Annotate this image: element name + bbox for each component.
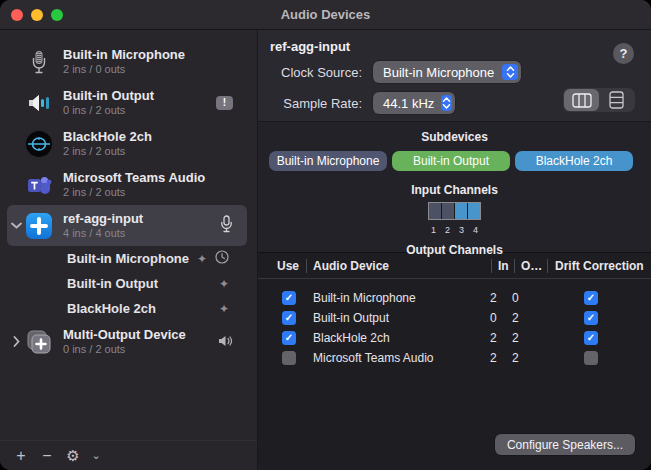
device-io-summary: 4 ins / 4 outs (63, 226, 220, 240)
help-button[interactable]: ? (613, 43, 634, 64)
zoom-button[interactable] (51, 9, 63, 21)
device-io-summary: 0 ins / 2 outs (63, 342, 218, 356)
col-use: Use (258, 259, 306, 273)
sidebar-item-built-in-microphone[interactable]: Built-in Microphone 2 ins / 0 outs (0, 41, 257, 82)
col-out: O… (515, 259, 547, 273)
subdevice-table: Use Audio Device In O… Drift Correction … (258, 253, 651, 470)
columns-icon (572, 93, 592, 108)
row-outs: 2 (512, 331, 544, 345)
sidebar-footer-toolbar: + − ⚙ ⌄ (0, 440, 257, 470)
blackhole-icon (24, 129, 54, 159)
stepper-chevrons-icon (502, 64, 518, 80)
row-outs: 2 (512, 311, 544, 325)
sidebar-item-multi-output-device[interactable]: Multi-Output Device 0 ins / 2 outs (0, 321, 257, 362)
sidebar-item-ref-agg-input[interactable]: ref-agg-input 4 ins / 4 outs (7, 205, 247, 246)
device-io-summary: 2 ins / 2 outs (63, 144, 233, 158)
sidebar-item-built-in-output[interactable]: Built-in Output 0 ins / 2 outs ! (0, 82, 257, 123)
channel-3 (455, 203, 467, 219)
row-device-name: Built-in Output (306, 311, 490, 325)
sample-rate-label: Sample Rate: (270, 96, 362, 111)
sidebar-subitem-blackhole-2ch[interactable]: BlackHole 2ch ✦ (0, 296, 257, 321)
drift-checkbox[interactable]: ✓ (584, 351, 598, 365)
configure-speakers-button[interactable]: Configure Speakers... (495, 434, 635, 455)
columns-view-button[interactable] (564, 89, 599, 111)
device-io-summary: 0 ins / 2 outs (63, 103, 216, 117)
remove-device-button[interactable]: − (34, 448, 60, 464)
gear-chevron-down-icon[interactable]: ⌄ (86, 449, 106, 462)
teams-icon (24, 170, 54, 200)
close-button[interactable] (11, 9, 23, 21)
multi-output-icon (24, 327, 54, 357)
input-channel-meter (428, 202, 481, 220)
col-audio-device: Audio Device (307, 259, 491, 273)
microphone-icon (24, 47, 54, 77)
clock-source-icon (215, 250, 229, 268)
sidebar-subitem-built-in-microphone[interactable]: Built-in Microphone ✦ (0, 246, 257, 271)
view-mode-segmented-control (563, 88, 635, 112)
input-device-mic-icon (220, 215, 233, 237)
table-header-row: Use Audio Device In O… Drift Correction (258, 253, 651, 279)
row-device-name: Built-in Microphone (306, 291, 490, 305)
stepper-chevrons-icon (441, 95, 452, 111)
rows-icon (609, 91, 624, 109)
table-row: ✓ Built-in Output 0 2 ✓ (258, 308, 651, 328)
row-device-name: BlackHole 2ch (306, 331, 490, 345)
row-outs: 2 (512, 351, 544, 365)
col-drift-correction: Drift Correction (548, 259, 651, 273)
device-detail-panel: ref-agg-input ? Clock Source: Built-in M… (258, 30, 651, 470)
device-io-summary: 2 ins / 2 outs (63, 185, 233, 199)
titlebar: Audio Devices (0, 0, 651, 30)
channel-2 (442, 203, 454, 219)
col-in: In (492, 259, 514, 273)
drift-checkbox[interactable]: ✓ (584, 331, 598, 345)
sample-rate-select[interactable]: 44.1 kHz (373, 92, 455, 114)
row-ins: 0 (490, 311, 512, 325)
minimize-button[interactable] (31, 9, 43, 21)
add-device-button[interactable]: + (8, 448, 34, 464)
row-ins: 2 (490, 291, 512, 305)
sidebar-subitem-built-in-output[interactable]: Built-in Output ✦ (0, 271, 257, 296)
channel-numbers: 1 2 3 4 (258, 225, 651, 235)
subdevice-pill-blackhole-2ch[interactable]: BlackHole 2ch (515, 151, 633, 171)
use-checkbox[interactable]: ✓ (282, 351, 296, 365)
clock-source-select[interactable]: Built-in Microphone (373, 61, 521, 83)
subdevices-section: Subdevices Built-in Microphone Built-in … (258, 122, 651, 253)
aggregate-device-icon (24, 211, 54, 241)
device-sidebar: Built-in Microphone 2 ins / 0 outs (0, 30, 258, 470)
detail-title: ref-agg-input (270, 39, 639, 54)
use-checkbox[interactable]: ✓ (282, 291, 296, 305)
clock-source-label: Clock Source: (270, 65, 362, 80)
window-title: Audio Devices (281, 7, 371, 22)
alert-bubble-icon: ! (216, 96, 233, 110)
device-name: Built-in Output (63, 88, 216, 103)
speaker-icon (24, 88, 54, 118)
row-ins: 2 (490, 331, 512, 345)
audio-devices-window: Audio Devices (0, 0, 651, 470)
device-name: Built-in Microphone (63, 47, 233, 62)
row-ins: 2 (490, 351, 512, 365)
device-name: Microsoft Teams Audio (63, 170, 233, 185)
channel-1 (429, 203, 441, 219)
subdevice-pill-built-in-output[interactable]: Built-in Output (392, 151, 510, 171)
sidebar-item-microsoft-teams-audio[interactable]: Microsoft Teams Audio 2 ins / 2 outs (0, 164, 257, 205)
drift-sparkle-icon: ✦ (219, 303, 229, 315)
table-row: ✓ BlackHole 2ch 2 2 ✓ (258, 328, 651, 348)
device-name: Multi-Output Device (63, 327, 218, 342)
input-channels-heading: Input Channels (258, 183, 651, 197)
device-io-summary: 2 ins / 0 outs (63, 62, 233, 76)
chevron-down-icon[interactable] (8, 222, 24, 229)
use-checkbox[interactable]: ✓ (282, 331, 296, 345)
drift-checkbox[interactable]: ✓ (584, 311, 598, 325)
gear-menu-button[interactable]: ⚙ (60, 448, 86, 464)
subdevice-pill-built-in-microphone[interactable]: Built-in Microphone (269, 151, 387, 171)
use-checkbox[interactable]: ✓ (282, 311, 296, 325)
drift-sparkle-icon: ✦ (219, 278, 229, 290)
chevron-right-icon[interactable] (8, 336, 24, 347)
sidebar-item-blackhole-2ch[interactable]: BlackHole 2ch 2 ins / 2 outs (0, 123, 257, 164)
device-name: BlackHole 2ch (63, 129, 233, 144)
table-row: ✓ Built-in Microphone 2 0 ✓ (258, 288, 651, 308)
rows-view-button[interactable] (599, 89, 634, 111)
drift-checkbox[interactable]: ✓ (584, 291, 598, 305)
detail-header: ref-agg-input ? Clock Source: Built-in M… (258, 30, 651, 122)
drift-sparkle-icon: ✦ (197, 253, 207, 265)
